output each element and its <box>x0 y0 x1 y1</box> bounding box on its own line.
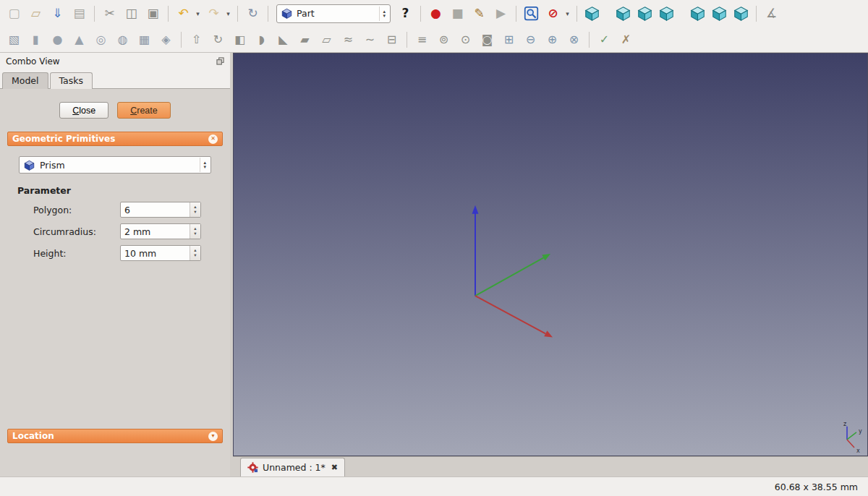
select-arrows[interactable]: ▴▾ <box>200 158 209 172</box>
boolean-cut-icon[interactable]: ⊖ <box>521 30 540 49</box>
revolve-icon[interactable]: ↻ <box>208 30 228 49</box>
toolbar-separator <box>268 6 268 22</box>
axonometric-view-icon[interactable] <box>582 4 602 23</box>
workbench-selector-value: Part <box>297 8 375 19</box>
top-view-icon[interactable] <box>635 4 655 23</box>
part-toolbar: ▧▮●▲◎◍▦◈⇧↻◧◗◣▰▱≈∼⊟≡⊚⊙◙⊞⊖⊕⊗✓✗ <box>0 27 868 53</box>
boolean-icon[interactable]: ⊞ <box>499 30 519 49</box>
spin-buttons[interactable]: ▴▾ <box>190 202 200 217</box>
parameter-spinbox[interactable]: 10 mm ▴▾ <box>120 245 201 261</box>
spin-buttons[interactable]: ▴▾ <box>190 224 200 239</box>
box-icon[interactable]: ▧ <box>4 30 24 49</box>
document-tab-strip: Unnamed : 1* ✖ <box>233 456 868 476</box>
sweep-icon[interactable]: ∼ <box>360 30 380 49</box>
primitive-type-value: Prism <box>40 160 65 171</box>
toolbar-separator <box>589 32 590 48</box>
section-icon[interactable]: ⊟ <box>382 30 401 49</box>
paste-icon[interactable]: ▣ <box>143 4 163 23</box>
ruled-surface-icon[interactable]: ▱ <box>317 30 336 49</box>
create-primitives-icon[interactable]: ▦ <box>135 30 154 49</box>
undo-dropdown[interactable]: ▾ <box>194 10 202 17</box>
open-icon[interactable]: ▱ <box>26 4 46 23</box>
measure-icon[interactable]: ∡ <box>762 4 781 23</box>
offset-2d-icon[interactable]: ⊙ <box>456 30 475 49</box>
create-button[interactable]: Create <box>117 102 171 119</box>
draw-style-icon[interactable]: ⊘ <box>543 4 563 23</box>
cross-sections-icon[interactable]: ≡ <box>412 30 432 49</box>
tasks-panel: Close Create Geometric Primitives ✕ Pris… <box>0 88 230 476</box>
macro-edit-icon[interactable]: ✎ <box>469 4 489 23</box>
freecad-window: ▢▱⇓▤✂◫▣↶▾↷▾↻ Part ▴▾ ?●■✎▶⊘▾∡ ▧▮●▲◎◍▦◈⇧↻… <box>0 0 868 496</box>
tube-icon[interactable]: ◍ <box>113 30 132 49</box>
document-tab[interactable]: Unnamed : 1* ✖ <box>240 458 345 476</box>
primitive-type-select[interactable]: Prism ▴▾ <box>19 156 211 174</box>
shape-builder-icon[interactable]: ◈ <box>156 30 176 49</box>
workbench-selector[interactable]: Part ▴▾ <box>276 4 391 23</box>
3d-viewport[interactable]: z y x <box>233 53 868 456</box>
freecad-document-icon <box>247 462 258 473</box>
macro-record-icon[interactable]: ● <box>426 4 446 23</box>
undo-icon[interactable]: ↶ <box>174 4 193 23</box>
geometric-primitives-header[interactable]: Geometric Primitives ✕ <box>7 132 223 146</box>
new-document-icon[interactable]: ▢ <box>4 4 24 23</box>
right-view-icon[interactable] <box>657 4 676 23</box>
geometric-primitives-title: Geometric Primitives <box>12 134 115 144</box>
tab-tasks[interactable]: Tasks <box>50 72 93 89</box>
intersection-icon[interactable]: ⊗ <box>564 30 584 49</box>
redo-icon[interactable]: ↷ <box>204 4 224 23</box>
toolbar-separator <box>420 6 421 22</box>
fillet-icon[interactable]: ◗ <box>252 30 271 49</box>
float-panel-icon[interactable] <box>216 57 224 65</box>
parameter-label: Circumradius: <box>33 226 120 237</box>
tab-model[interactable]: Model <box>2 72 48 89</box>
spinbox-value[interactable]: 2 mm <box>121 224 190 239</box>
status-bar: 60.68 x 38.55 mm <box>0 476 868 496</box>
spin-buttons[interactable]: ▴▾ <box>190 246 200 260</box>
offset-3d-icon[interactable]: ⊚ <box>434 30 454 49</box>
toolbar-separator <box>94 6 95 22</box>
parameter-spinbox[interactable]: 6 ▴▾ <box>120 202 201 218</box>
collapse-section-icon[interactable]: ✕ <box>208 134 218 144</box>
workbench-selector-arrows[interactable]: ▴▾ <box>379 7 388 21</box>
cone-icon[interactable]: ▲ <box>69 30 89 49</box>
spinbox-value[interactable]: 6 <box>121 202 190 217</box>
parameter-row: Height: 10 mm ▴▾ <box>33 245 201 261</box>
cut-icon[interactable]: ✂ <box>100 4 119 23</box>
combo-view-tabs: Model Tasks <box>0 69 230 88</box>
parameter-spinbox[interactable]: 2 mm ▴▾ <box>120 223 201 239</box>
close-document-icon[interactable]: ✖ <box>331 463 338 472</box>
loft-icon[interactable]: ≈ <box>339 30 358 49</box>
location-header[interactable]: Location ▾ <box>7 429 223 443</box>
cylinder-icon[interactable]: ▮ <box>26 30 46 49</box>
bottom-view-icon[interactable] <box>710 4 729 23</box>
toolbar-separator <box>756 6 757 22</box>
thickness-icon[interactable]: ◙ <box>477 30 497 49</box>
left-view-icon[interactable] <box>731 4 751 23</box>
torus-icon[interactable]: ◎ <box>91 30 111 49</box>
expand-section-icon[interactable]: ▾ <box>208 432 218 441</box>
defeaturing-icon[interactable]: ✗ <box>616 30 636 49</box>
union-icon[interactable]: ⊕ <box>542 30 562 49</box>
make-face-icon[interactable]: ▰ <box>295 30 315 49</box>
close-button[interactable]: Close <box>59 102 109 119</box>
mirror-icon[interactable]: ◧ <box>230 30 250 49</box>
extrude-icon[interactable]: ⇧ <box>187 30 206 49</box>
save-icon[interactable]: ⇓ <box>48 4 67 23</box>
fit-all-icon[interactable] <box>522 4 541 23</box>
refresh-icon[interactable]: ↻ <box>243 4 263 23</box>
print-icon[interactable]: ▤ <box>69 4 89 23</box>
copy-icon[interactable]: ◫ <box>122 4 141 23</box>
origin-axes: z y x <box>234 54 867 456</box>
spinbox-value[interactable]: 10 mm <box>121 246 190 260</box>
chamfer-icon[interactable]: ◣ <box>273 30 293 49</box>
check-geometry-icon[interactable]: ✓ <box>595 30 614 49</box>
draw-style-dropdown[interactable]: ▾ <box>563 10 571 17</box>
macro-stop-icon[interactable]: ■ <box>448 4 467 23</box>
whatsthis-icon[interactable]: ? <box>396 4 415 23</box>
rear-view-icon[interactable] <box>688 4 707 23</box>
redo-dropdown[interactable]: ▾ <box>224 10 232 17</box>
front-view-icon[interactable] <box>613 4 633 23</box>
macro-play-icon[interactable]: ▶ <box>491 4 511 23</box>
parameter-label: Polygon: <box>33 205 120 215</box>
sphere-icon[interactable]: ● <box>48 30 67 49</box>
